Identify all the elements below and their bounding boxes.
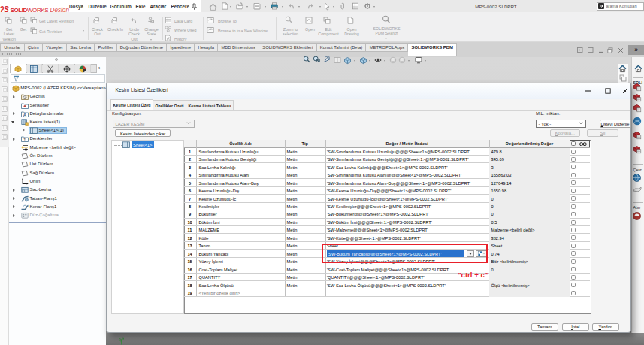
svg-text:Σ: Σ [23,138,26,143]
svg-text:A: A [23,113,26,117]
